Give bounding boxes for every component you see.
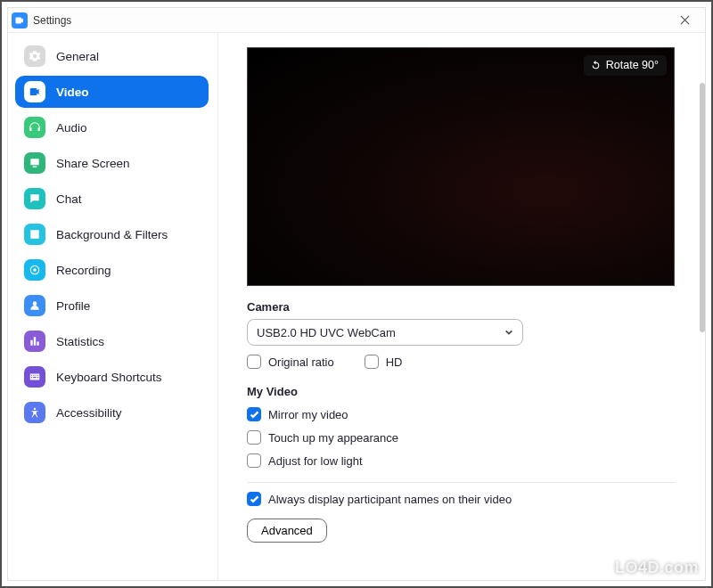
keyboard-icon [24, 366, 45, 388]
sidebar-item-profile[interactable]: Profile [15, 290, 209, 322]
adjust-low-light-label: Adjust for low light [268, 454, 363, 468]
display-participant-names-label: Always display participant names on thei… [268, 493, 512, 506]
recording-icon [24, 259, 45, 281]
sidebar-item-general[interactable]: General [15, 40, 209, 72]
sidebar-item-label: Keyboard Shortcuts [56, 371, 162, 384]
sidebar-item-audio[interactable]: Audio [15, 111, 209, 143]
background-icon [24, 224, 45, 245]
sidebar-item-label: Background & Filters [56, 228, 168, 241]
sidebar-item-recording[interactable]: Recording [15, 254, 209, 286]
svg-point-1 [33, 268, 37, 272]
rotate-label: Rotate 90° [606, 59, 659, 71]
window-title: Settings [33, 14, 71, 27]
sidebar-item-label: General [56, 50, 99, 63]
video-settings-panel: Rotate 90° Camera USB2.0 HD UVC WebCam O… [218, 33, 705, 580]
sidebar-item-share-screen[interactable]: Share Screen [15, 147, 209, 179]
sidebar-item-label: Statistics [56, 335, 104, 348]
original-ratio-label: Original ratio [268, 355, 334, 369]
camera-select[interactable]: USB2.0 HD UVC WebCam [247, 319, 523, 346]
gear-icon [24, 45, 45, 67]
sidebar-item-statistics[interactable]: Statistics [15, 325, 209, 357]
scrollbar[interactable] [700, 83, 705, 332]
check-icon [250, 494, 259, 504]
sidebar-item-background-filters[interactable]: Background & Filters [15, 218, 209, 250]
sidebar-item-keyboard-shortcuts[interactable]: Keyboard Shortcuts [15, 361, 209, 393]
divider [247, 482, 675, 483]
display-participant-names-checkbox[interactable] [247, 492, 261, 506]
close-button[interactable] [669, 10, 700, 31]
hd-label: HD [386, 355, 403, 369]
share-screen-icon [24, 152, 45, 174]
advanced-button[interactable]: Advanced [247, 519, 327, 543]
sidebar-item-label: Video [56, 86, 89, 99]
settings-window: Settings General Video [7, 7, 706, 581]
mirror-my-video-label: Mirror my video [268, 408, 348, 421]
my-video-section-label: My Video [247, 385, 684, 398]
sidebar-item-video[interactable]: Video [15, 76, 209, 108]
chat-icon [24, 188, 45, 209]
app-icon [12, 12, 28, 29]
camera-selected-value: USB2.0 HD UVC WebCam [257, 326, 396, 339]
video-preview: Rotate 90° [247, 47, 675, 286]
camera-section-label: Camera [247, 300, 684, 314]
settings-sidebar: General Video Audio [8, 33, 218, 580]
touch-up-appearance-checkbox[interactable] [247, 430, 261, 445]
svg-point-2 [34, 408, 36, 410]
sidebar-item-label: Profile [56, 299, 90, 313]
hd-checkbox[interactable] [365, 355, 379, 369]
headphones-icon [24, 117, 45, 138]
mirror-my-video-checkbox[interactable] [247, 407, 261, 421]
sidebar-item-chat[interactable]: Chat [15, 183, 209, 215]
titlebar: Settings [8, 8, 705, 33]
statistics-icon [24, 331, 45, 352]
sidebar-item-accessibility[interactable]: Accessibility [15, 396, 209, 429]
sidebar-item-label: Audio [56, 121, 87, 135]
adjust-low-light-checkbox[interactable] [247, 453, 261, 468]
rotate-90-button[interactable]: Rotate 90° [584, 55, 667, 76]
sidebar-item-label: Recording [56, 264, 111, 277]
original-ratio-checkbox[interactable] [247, 355, 261, 369]
sidebar-item-label: Accessibility [56, 406, 122, 420]
rotate-icon [590, 60, 602, 71]
sidebar-item-label: Chat [56, 192, 82, 206]
chevron-down-icon [504, 328, 513, 337]
accessibility-icon [24, 402, 45, 423]
check-icon [250, 410, 259, 420]
video-icon [24, 81, 45, 102]
sidebar-item-label: Share Screen [56, 157, 130, 170]
touch-up-appearance-label: Touch up my appearance [268, 431, 398, 445]
profile-icon [24, 295, 45, 316]
close-icon [680, 15, 690, 25]
